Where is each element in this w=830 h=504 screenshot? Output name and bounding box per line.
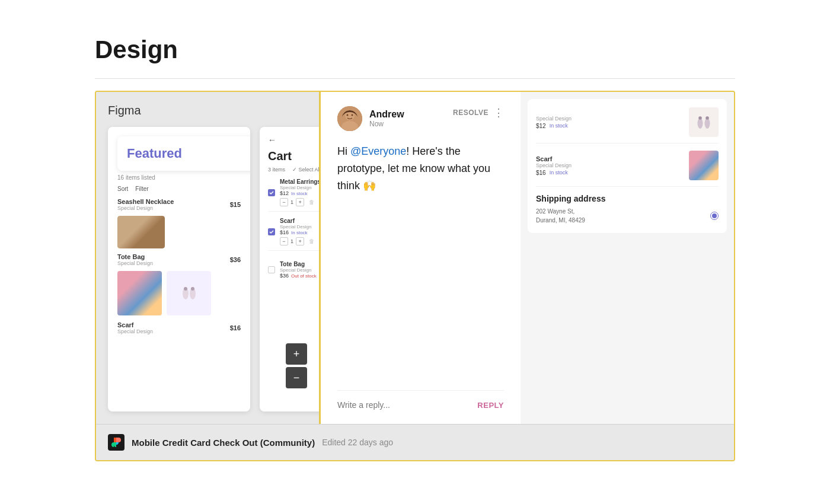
card-body: Figma Featured 16 items listed Sort Filt… (96, 92, 734, 424)
figma-panel: Figma Featured 16 items listed Sort Filt… (96, 92, 319, 424)
qty-minus-earrings[interactable]: − (280, 198, 288, 206)
more-options-button[interactable]: ⋮ (493, 106, 504, 119)
cart-item-stock-earrings: In stock (291, 191, 308, 196)
card-footer: Mobile Credit Card Check Out (Community)… (96, 424, 734, 460)
zoom-in-button[interactable]: + (286, 343, 307, 365)
cart-items-count: 3 items (268, 167, 285, 173)
cart-item-price-earrings: $12 (280, 190, 289, 196)
product-sub-scarf: Special Design (117, 328, 230, 334)
page-divider (95, 78, 735, 79)
product-name-scarf: Scarf (117, 321, 230, 328)
zoom-controls: + − (286, 343, 307, 388)
cart-item-name-scarf: Scarf (280, 218, 319, 224)
partial-stock-earrings: In stock (550, 123, 568, 129)
page-container: Design Figma Featured 16 items listed So… (0, 0, 830, 497)
cart-item-tote: Tote Bag Special Design $36 Out of stock (268, 257, 319, 288)
cart-item-sub-scarf: Special Design (280, 224, 319, 229)
tote-img (117, 216, 165, 248)
checkbox-tote[interactable] (268, 266, 275, 273)
mention-everyone: @Everyone (350, 145, 406, 157)
comment-body: Hi @Everyone! Here's the prototype, let … (337, 143, 504, 194)
file-name: Mobile Credit Card Check Out (Community) (132, 438, 315, 448)
user-meta: Andrew Now (369, 109, 404, 128)
cart-item-sub-earrings: Special Design (280, 185, 319, 190)
partial-price-scarf: $16 (536, 170, 546, 176)
comment-panel: Andrew Now RESOLVE ⋮ Hi @Everyone! Here'… (319, 92, 521, 424)
cart-item-stock-scarf: In stock (291, 230, 308, 235)
partial-sub-scarf: Special Design (536, 162, 684, 168)
product-sub-necklace: Special Design (117, 205, 230, 211)
svg-point-12 (352, 114, 353, 116)
product-price-necklace: $15 (230, 201, 241, 208)
right-preview: Special Design $12 In stock (521, 92, 734, 424)
svg-point-16 (706, 116, 709, 120)
cart-item-stock-tote: Out of stock (291, 273, 317, 279)
shipping-addr: 202 Wayne St, Durand, MI, 48429 (536, 207, 585, 225)
figma-screens: Featured 16 items listed Sort Filter Sea… (108, 127, 307, 412)
partial-thumb-earrings (689, 107, 719, 137)
main-card: Figma Featured 16 items listed Sort Filt… (95, 91, 735, 461)
reply-input[interactable] (337, 400, 477, 410)
qty-plus-earrings[interactable]: + (296, 198, 304, 206)
partial-sub-earrings: Special Design (536, 116, 684, 122)
earring-image (167, 271, 211, 315)
comment-reply-area: REPLY (337, 390, 504, 410)
select-all-label[interactable]: ✓ Select All (292, 167, 319, 173)
cart-item-price-tote: $36 (280, 273, 289, 279)
comment-header: Andrew Now RESOLVE ⋮ (337, 106, 504, 131)
filter-row: Sort Filter (117, 186, 241, 192)
svg-point-15 (698, 116, 702, 120)
partial-name-scarf: Scarf (536, 155, 684, 162)
shipping-title: Shipping address (536, 194, 719, 203)
cart-item-earrings: Metal Earrings Special Design $12 In sto… (268, 178, 319, 212)
checkbox-scarf[interactable] (268, 228, 275, 235)
qty-minus-scarf[interactable]: − (280, 237, 288, 245)
product-price-tote: $36 (230, 256, 241, 263)
cart-title: Cart (268, 149, 319, 163)
radio-indicator[interactable] (710, 212, 719, 220)
zoom-out-button[interactable]: − (286, 367, 307, 388)
partial-thumb-scarf (689, 151, 719, 180)
partial-price-earrings: $12 (536, 123, 546, 129)
cart-item-sub-tote: Special Design (280, 267, 319, 273)
shipping-section: Shipping address 202 Wayne St, Durand, M… (536, 194, 719, 225)
edit-time: Edited 22 days ago (322, 438, 393, 447)
product-name-tote: Tote Bag (117, 253, 230, 260)
svg-point-3 (191, 287, 194, 291)
product-name-necklace: Seashell Necklace (117, 198, 230, 205)
checkbox-earrings[interactable] (268, 189, 275, 196)
avatar (337, 106, 362, 131)
featured-title: Featured (117, 136, 250, 171)
items-count: 16 items listed (117, 174, 241, 181)
product-sub-tote: Special Design (117, 260, 230, 266)
screen-featured: Featured 16 items listed Sort Filter Sea… (108, 127, 250, 412)
product-row-scarf (117, 271, 241, 315)
product-item-scarf: Scarf Special Design $16 (117, 321, 241, 334)
tote-image (117, 216, 165, 248)
partial-stock-scarf: In stock (550, 170, 568, 176)
qty-plus-scarf[interactable]: + (296, 237, 304, 245)
scarf-image (117, 271, 162, 315)
comment-actions: RESOLVE ⋮ (453, 106, 504, 119)
cart-item-name-tote: Tote Bag (280, 261, 319, 267)
page-title: Design (95, 36, 735, 64)
product-price-scarf: $16 (230, 324, 241, 331)
back-arrow-icon[interactable]: ← (268, 135, 319, 145)
partial-item-earrings: Special Design $12 In stock (536, 107, 719, 143)
cart-item-name-earrings: Metal Earrings (280, 178, 319, 185)
svg-point-2 (184, 287, 187, 291)
cart-item-scarf: Scarf Special Design $16 In stock − 1 + (268, 218, 319, 251)
qty-control-scarf: − 1 + 🗑 (280, 237, 319, 245)
partial-item-scarf: Scarf Special Design $16 In stock (536, 151, 719, 187)
screen-partial: Special Design $12 In stock (528, 99, 727, 233)
resolve-button[interactable]: RESOLVE (453, 109, 489, 117)
qty-control-earrings: − 1 + 🗑 (280, 198, 319, 206)
cart-meta: 3 items ✓ Select All 🗑 Delete Selected (268, 167, 319, 173)
reply-button[interactable]: REPLY (477, 401, 504, 410)
product-item-tote: Tote Bag Special Design $36 (117, 253, 241, 266)
svg-point-11 (347, 114, 349, 116)
cart-item-price-scarf: $16 (280, 229, 289, 235)
avatar-face (337, 106, 362, 131)
user-name: Andrew (369, 109, 404, 120)
figma-icon (108, 434, 124, 451)
